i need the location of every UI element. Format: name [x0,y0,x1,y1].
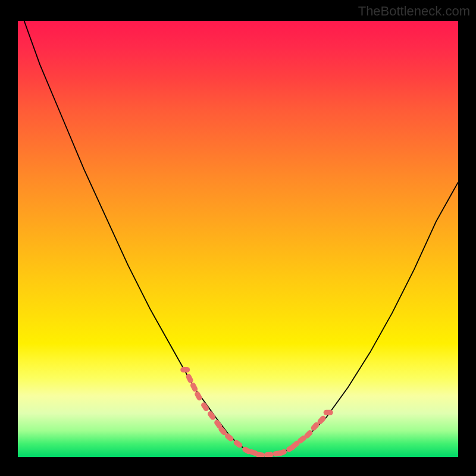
watermark-text: TheBottleneck.com [358,4,470,19]
curve-line [18,21,458,455]
chart-svg [18,21,458,457]
svg-rect-0 [180,367,190,372]
svg-rect-13 [264,452,274,457]
svg-rect-22 [324,410,333,415]
svg-rect-3 [194,390,203,401]
chart-plot-area [18,21,458,457]
curve-markers [180,367,333,457]
svg-rect-12 [255,452,265,457]
svg-rect-5 [206,410,217,421]
